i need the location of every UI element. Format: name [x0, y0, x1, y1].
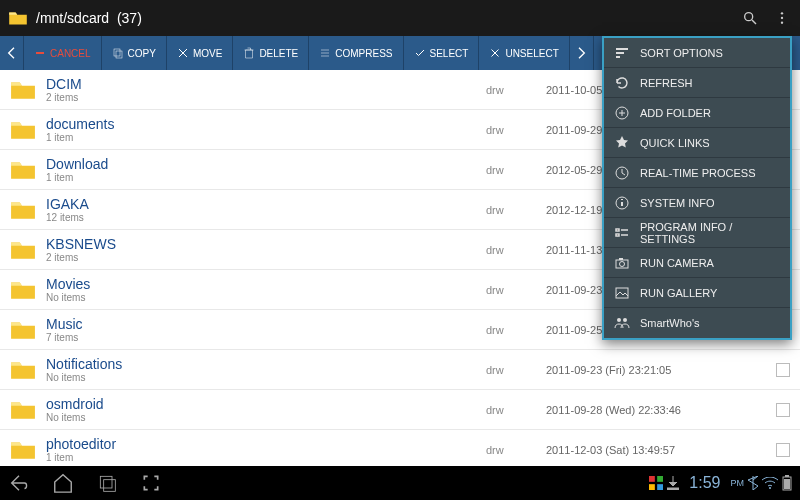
file-row[interactable]: photoeditor 1 item drw 2011-12-03 (Sat) … — [0, 430, 800, 466]
select-button[interactable]: SELECT — [404, 36, 480, 70]
unselect-button[interactable]: UNSELECT — [479, 36, 569, 70]
file-subtitle: 1 item — [46, 452, 486, 463]
gallery-icon — [614, 285, 630, 301]
folder-icon — [10, 359, 36, 381]
file-row[interactable]: osmdroid No items drw 2011-09-28 (Wed) 2… — [0, 390, 800, 430]
file-name: Movies — [46, 276, 486, 292]
svg-rect-32 — [785, 475, 789, 477]
menu-item-refresh[interactable]: REFRESH — [604, 68, 790, 98]
realtime-icon — [614, 165, 630, 181]
move-icon — [177, 47, 189, 59]
svg-rect-5 — [36, 52, 44, 54]
folder-icon — [8, 10, 28, 26]
compress-label: COMPRESS — [335, 48, 392, 59]
file-checkbox[interactable] — [776, 403, 790, 417]
toolbar-right-arrow[interactable] — [570, 36, 594, 70]
file-subtitle: 2 items — [46, 252, 486, 263]
cancel-button[interactable]: CANCEL — [24, 36, 102, 70]
move-button[interactable]: MOVE — [167, 36, 233, 70]
menu-item-gallery[interactable]: RUN GALLERY — [604, 278, 790, 308]
menu-item-realtime[interactable]: REAL-TIME PROCESS — [604, 158, 790, 188]
menu-label: REFRESH — [640, 77, 693, 89]
file-subtitle: 12 items — [46, 212, 486, 223]
file-permissions: drw — [486, 164, 546, 176]
file-permissions: drw — [486, 364, 546, 376]
menu-item-quicklinks[interactable]: QUICK LINKS — [604, 128, 790, 158]
file-row[interactable]: Notifications No items drw 2011-09-23 (F… — [0, 350, 800, 390]
compress-button[interactable]: COMPRESS — [309, 36, 403, 70]
menu-item-sort[interactable]: SORT OPTIONS — [604, 38, 790, 68]
file-permissions: drw — [486, 284, 546, 296]
copy-button[interactable]: COPY — [102, 36, 167, 70]
smartwho-icon — [614, 315, 630, 331]
svg-rect-29 — [658, 484, 664, 490]
menu-item-sysinfo[interactable]: SYSTEM INFO — [604, 188, 790, 218]
cancel-label: CANCEL — [50, 48, 91, 59]
menu-label: ADD FOLDER — [640, 107, 711, 119]
file-date: 2011-12-03 (Sat) 13:49:57 — [546, 444, 766, 456]
file-date: 2011-09-23 (Fri) 23:21:05 — [546, 364, 766, 376]
select-label: SELECT — [430, 48, 469, 59]
screenshot-button[interactable] — [140, 472, 162, 494]
folder-icon — [10, 439, 36, 461]
file-permissions: drw — [486, 124, 546, 136]
file-subtitle: 1 item — [46, 172, 486, 183]
svg-point-22 — [617, 318, 621, 322]
file-name: KBSNEWS — [46, 236, 486, 252]
file-checkbox[interactable] — [776, 443, 790, 457]
svg-line-1 — [752, 20, 756, 24]
dash-icon — [34, 47, 46, 59]
overflow-menu-icon[interactable] — [772, 8, 792, 28]
home-button[interactable] — [52, 472, 74, 494]
svg-rect-6 — [114, 49, 120, 56]
menu-label: REAL-TIME PROCESS — [640, 167, 756, 179]
svg-point-30 — [769, 487, 771, 489]
menu-label: RUN GALLERY — [640, 287, 717, 299]
delete-label: DELETE — [259, 48, 298, 59]
folder-icon — [10, 79, 36, 101]
menu-item-camera[interactable]: RUN CAMERA — [604, 248, 790, 278]
file-permissions: drw — [486, 404, 546, 416]
file-name: osmdroid — [46, 396, 486, 412]
file-permissions: drw — [486, 244, 546, 256]
file-permissions: drw — [486, 444, 546, 456]
search-icon[interactable] — [740, 8, 760, 28]
menu-label: SYSTEM INFO — [640, 197, 715, 209]
menu-label: RUN CAMERA — [640, 257, 714, 269]
battery-icon — [782, 475, 792, 491]
file-name: Download — [46, 156, 486, 172]
svg-rect-24 — [100, 476, 112, 488]
menu-item-programinfo[interactable]: PROGRAM INFO / SETTINGS — [604, 218, 790, 248]
toolbar-left-arrow[interactable] — [0, 36, 24, 70]
menu-item-smartwho[interactable]: SmartWho's — [604, 308, 790, 338]
folder-icon — [10, 279, 36, 301]
file-checkbox[interactable] — [776, 363, 790, 377]
recent-apps-button[interactable] — [96, 472, 118, 494]
programinfo-icon — [614, 225, 630, 241]
folder-icon — [10, 319, 36, 341]
trash-icon — [243, 47, 255, 59]
svg-point-4 — [781, 22, 783, 24]
camera-icon — [614, 255, 630, 271]
svg-rect-21 — [616, 288, 628, 298]
copy-label: COPY — [128, 48, 156, 59]
svg-rect-27 — [658, 476, 664, 482]
svg-point-19 — [620, 261, 625, 266]
file-subtitle: 2 items — [46, 92, 486, 103]
status-area: 1:59 PM — [649, 474, 792, 492]
menu-label: PROGRAM INFO / SETTINGS — [640, 221, 780, 245]
file-name: Notifications — [46, 356, 486, 372]
delete-button[interactable]: DELETE — [233, 36, 309, 70]
context-menu: SORT OPTIONSREFRESHADD FOLDERQUICK LINKS… — [602, 36, 792, 340]
move-label: MOVE — [193, 48, 222, 59]
back-button[interactable] — [8, 472, 30, 494]
x-icon — [489, 47, 501, 59]
quicklinks-icon — [614, 135, 630, 151]
file-permissions: drw — [486, 84, 546, 96]
menu-item-addfolder[interactable]: ADD FOLDER — [604, 98, 790, 128]
file-subtitle: 7 items — [46, 332, 486, 343]
system-navbar: 1:59 PM — [0, 466, 800, 500]
file-date: 2011-09-28 (Wed) 22:33:46 — [546, 404, 766, 416]
file-subtitle: No items — [46, 372, 486, 383]
file-name: photoeditor — [46, 436, 486, 452]
